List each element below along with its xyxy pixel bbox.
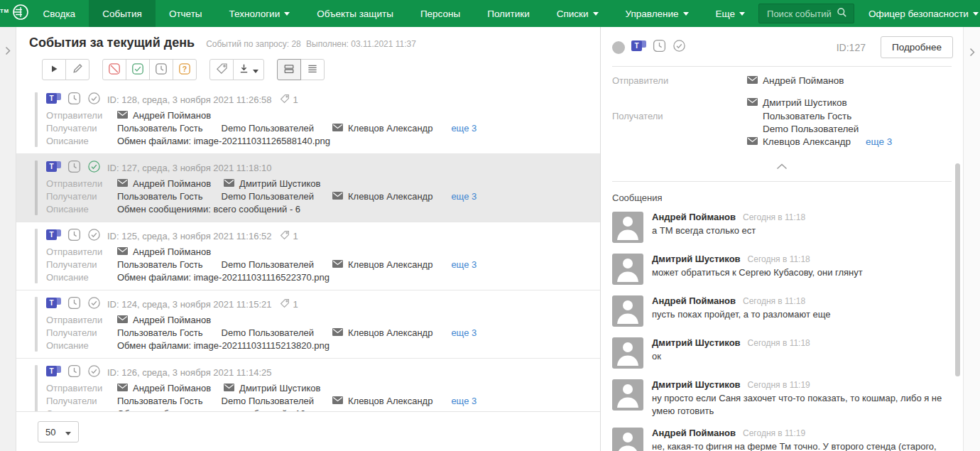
event-description: Обмен файлами: image-202111031126588140.… <box>117 135 590 147</box>
download-button[interactable] <box>233 59 264 80</box>
nav-item-списки[interactable]: Списки <box>543 0 612 27</box>
event-id-text: ID: 125, среда, 3 ноября 2021 11:16:52 <box>107 231 272 241</box>
page-size-select[interactable]: 50 <box>38 421 79 442</box>
clock-icon <box>67 296 81 312</box>
tag-button[interactable] <box>209 59 234 80</box>
pencil-button[interactable] <box>65 59 89 80</box>
chevron-right-icon[interactable] <box>5 45 11 58</box>
question-button[interactable]: ? <box>173 59 197 80</box>
messages-scrollbar[interactable] <box>955 163 960 448</box>
more-recipients-link[interactable]: еще 3 <box>451 327 477 339</box>
event-row[interactable]: TID: 124, среда, 3 ноября 2021 11:15:211… <box>16 290 600 359</box>
event-recipients: Пользователь ГостьDemo ПользователейКлев… <box>117 259 590 271</box>
envelope-icon <box>332 122 343 134</box>
message-body: Андрей ПоймановСегодня в 11:19не, какая-… <box>652 428 952 451</box>
nav-item-объекты защиты[interactable]: Объекты защиты <box>303 0 407 27</box>
page-title: События за текущий день <box>29 36 195 50</box>
event-row[interactable]: TID: 127, среда, 3 ноября 2021 11:18:10О… <box>16 154 600 222</box>
app-window: ТМ СводкаСобытияОтчетыТехнологииОбъекты … <box>0 0 980 451</box>
user-menu[interactable]: Офицер безопасности <box>859 0 980 27</box>
toolbar-button-group <box>209 59 264 80</box>
teams-icon: T <box>46 229 61 243</box>
clock-box-button[interactable] <box>149 59 173 80</box>
chevron-right-icon[interactable] <box>969 47 975 59</box>
recipient-name: Demo Пользователей <box>222 327 314 339</box>
nav-item-персоны[interactable]: Персоны <box>407 0 474 27</box>
scrollbar-thumb[interactable] <box>955 163 960 376</box>
person-icon <box>615 339 641 369</box>
event-search-box[interactable] <box>758 4 854 23</box>
more-recipients-link[interactable]: еще 3 <box>451 190 477 202</box>
details-button[interactable]: Подробнее <box>881 36 953 58</box>
nav-item-события[interactable]: События <box>89 0 156 27</box>
envelope-icon <box>224 382 234 394</box>
toolbar-button-group: ? <box>102 59 197 80</box>
recipients-label: Получатели <box>46 190 117 202</box>
message-time: Сегодня в 11:18 <box>748 254 810 264</box>
nav-item-label: Политики <box>487 9 530 19</box>
message-time: Сегодня в 11:18 <box>743 296 805 306</box>
envelope-icon <box>117 382 128 394</box>
message-author: Дмитрий Шустиков <box>652 254 741 264</box>
nav-item-еще[interactable]: Еще <box>702 0 758 27</box>
more-recipients-link[interactable]: еще 3 <box>451 395 477 407</box>
envelope-icon <box>747 75 758 86</box>
event-senders: Андрей Пойманов <box>117 246 590 258</box>
nav-item-политики[interactable]: Политики <box>474 0 543 27</box>
recipient: Клевцов Александр <box>332 259 432 271</box>
more-recipients-link[interactable]: еще 3 <box>451 259 477 271</box>
tag-count-value: 1 <box>293 94 298 105</box>
recipient: Demo Пользователей <box>222 327 314 339</box>
view-split-button[interactable] <box>277 59 301 80</box>
chevron-up-icon[interactable] <box>776 160 788 173</box>
message-body: Андрей ПоймановСегодня в 11:18пусть пока… <box>652 295 831 327</box>
collapse-participants-control[interactable] <box>601 148 963 181</box>
nav-item-технологии[interactable]: Технологии <box>216 0 304 27</box>
clock-icon <box>67 228 81 244</box>
check-circle-icon <box>87 92 101 107</box>
recipient: Клевцов Александр <box>332 122 432 134</box>
sender: Дмитрий Шустиков <box>224 382 320 394</box>
recipient: Demo Пользователей <box>222 395 314 407</box>
envelope-icon <box>117 246 128 258</box>
play-button[interactable] <box>42 59 66 80</box>
detail-header: T ID:127 Подробнее <box>601 27 963 66</box>
nav-item-управление[interactable]: Управление <box>612 0 702 27</box>
more-recipients-link[interactable]: еще 3 <box>451 122 477 134</box>
tag-count: 1 <box>280 230 298 242</box>
detail-senders: Андрей ПоймановДмитрий Шустиков <box>747 75 952 108</box>
message: Андрей ПоймановСегодня в 11:19не, какая-… <box>612 428 952 451</box>
message-head: Дмитрий ШустиковСегодня в 11:18 <box>652 254 863 264</box>
right-collapse-strip[interactable] <box>963 27 980 451</box>
event-fields: ОтправителиАндрей ПоймановДмитрий Шустик… <box>46 178 590 215</box>
severity-bar <box>35 161 38 215</box>
recipients-label: Получатели <box>612 111 747 147</box>
search-input[interactable] <box>766 8 837 20</box>
event-row[interactable]: TID: 128, среда, 3 ноября 2021 11:26:581… <box>16 86 600 154</box>
event-row[interactable]: TID: 126, среда, 3 ноября 2021 11:14:25О… <box>16 359 600 411</box>
nav-item-label: Технологии <box>229 9 281 19</box>
sender: Дмитрий Шустиков <box>224 178 320 190</box>
envelope-icon <box>117 109 128 121</box>
recipient: Demo Пользователей <box>222 259 314 271</box>
nav-item-сводка[interactable]: Сводка <box>30 0 89 27</box>
recipient-name: Пользователь Гость <box>117 259 203 271</box>
checkbox-button[interactable] <box>126 59 150 80</box>
nav-item-отчеты[interactable]: Отчеты <box>156 0 216 27</box>
left-collapse-strip[interactable] <box>0 27 16 451</box>
message-body: Андрей ПоймановСегодня в 11:18а ТМ всегд… <box>652 212 805 243</box>
search-icon[interactable] <box>837 7 847 21</box>
app-logo[interactable]: ТМ <box>0 0 30 27</box>
view-list-button[interactable] <box>300 59 325 80</box>
message-text: не, какая-то фигня на ферме Тм точно. У … <box>652 440 952 451</box>
event-id-text: ID: 127, среда, 3 ноября 2021 11:18:10 <box>107 163 272 173</box>
recipient-name: Пользователь Гость <box>117 395 203 407</box>
event-row[interactable]: TID: 125, среда, 3 ноября 2021 11:16:521… <box>16 222 600 290</box>
nav-item-label: Отчеты <box>169 9 202 19</box>
events-toolbar: ? <box>42 59 586 80</box>
recipient-name: Клевцов Александр <box>348 190 432 202</box>
teams-icon: T <box>46 365 61 379</box>
block-button[interactable] <box>102 59 126 80</box>
recipient: Клевцов Александр <box>332 190 432 202</box>
more-recipients-link[interactable]: еще 3 <box>866 136 892 147</box>
